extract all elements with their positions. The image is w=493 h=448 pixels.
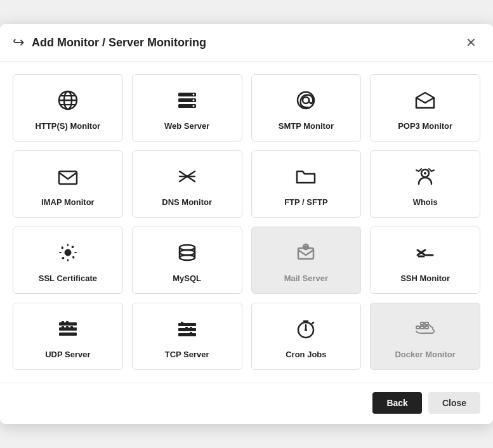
svg-point-10 <box>192 105 194 107</box>
monitor-label-udp-server: UDP Server <box>45 350 90 359</box>
svg-rect-25 <box>59 333 77 336</box>
gear-flower-icon <box>56 241 79 267</box>
monitor-icon: ↪ <box>13 34 24 51</box>
monitor-card-tcp-server[interactable]: TCP Server <box>132 303 242 370</box>
monitor-label-whois: Whois <box>413 197 438 207</box>
monitor-label-imap-monitor: IMAP Monitor <box>41 197 95 207</box>
svg-rect-35 <box>185 327 188 329</box>
dialog-footer: Back Close <box>0 383 493 424</box>
svg-rect-34 <box>181 322 183 324</box>
svg-rect-28 <box>62 326 64 328</box>
svg-point-9 <box>192 100 194 102</box>
dialog-title: Add Monitor / Server Monitoring <box>32 36 206 49</box>
monitor-label-cron-jobs: Cron Jobs <box>286 350 326 359</box>
svg-rect-29 <box>66 326 69 328</box>
dialog-close-button[interactable]: ✕ <box>462 35 480 50</box>
svg-rect-33 <box>178 333 196 336</box>
close-button[interactable]: Close <box>428 392 480 414</box>
monitor-card-mysql[interactable]: MySQL <box>132 227 242 294</box>
svg-rect-43 <box>421 322 424 325</box>
svg-point-12 <box>303 97 309 103</box>
svg-rect-37 <box>190 332 192 334</box>
monitor-label-docker-monitor: Docker Monitor <box>395 350 455 359</box>
udp-icon <box>56 317 79 343</box>
monitor-card-imap-monitor[interactable]: IMAP Monitor <box>13 150 123 218</box>
monitor-card-ftp-sftp[interactable]: FTP / SFTP <box>251 150 362 218</box>
svg-point-15 <box>424 172 426 175</box>
tcp-icon <box>176 317 199 343</box>
envelope-icon <box>56 165 79 191</box>
svg-rect-13 <box>59 171 77 184</box>
svg-point-20 <box>180 255 195 260</box>
header-left: ↪ Add Monitor / Server Monitoring <box>13 34 206 51</box>
svg-rect-36 <box>190 327 192 329</box>
monitor-label-smtp-monitor: SMTP Monitor <box>279 121 334 131</box>
globe-icon <box>56 89 79 115</box>
monitor-label-pop3-monitor: POP3 Monitor <box>398 121 452 131</box>
monitor-label-tcp-server: TCP Server <box>165 350 209 359</box>
monitor-card-dns-monitor[interactable]: DNS Monitor <box>132 150 242 218</box>
svg-rect-26 <box>62 321 64 323</box>
envelope-open-icon <box>414 89 437 115</box>
monitor-label-ssh-monitor: SSH Monitor <box>400 273 450 283</box>
back-button[interactable]: Back <box>372 392 421 414</box>
svg-rect-42 <box>425 326 428 329</box>
monitor-card-https-monitor[interactable]: HTTP(S) Monitor <box>13 74 123 142</box>
svg-rect-27 <box>66 321 69 323</box>
svg-rect-41 <box>421 326 424 329</box>
monitor-label-ftp-sftp: FTP / SFTP <box>284 197 327 207</box>
monitor-card-smtp-monitor[interactable]: SMTP Monitor <box>251 74 362 142</box>
terminal-icon <box>414 241 437 267</box>
monitor-label-https-monitor: HTTP(S) Monitor <box>36 121 101 131</box>
monitor-label-ssl-certificate: SSL Certificate <box>39 273 97 283</box>
monitor-card-mail-server[interactable]: Mail Server <box>251 227 362 294</box>
monitors-grid: HTTP(S) Monitor Web Server SMTP Monitor … <box>13 74 480 370</box>
svg-point-8 <box>192 94 194 96</box>
monitor-card-docker-monitor[interactable]: Docker Monitor <box>370 303 480 370</box>
dns-icon <box>176 165 199 191</box>
add-monitor-dialog: ↪ Add Monitor / Server Monitoring ✕ HTTP… <box>0 24 493 424</box>
monitor-card-cron-jobs[interactable]: Cron Jobs <box>251 303 362 370</box>
svg-rect-30 <box>70 326 73 328</box>
monitor-card-pop3-monitor[interactable]: POP3 Monitor <box>370 74 480 142</box>
stopwatch-icon <box>294 317 317 343</box>
monitor-label-mysql: MySQL <box>173 273 201 283</box>
dialog-body: HTTP(S) Monitor Web Server SMTP Monitor … <box>0 62 493 376</box>
docker-icon <box>414 317 437 343</box>
svg-rect-31 <box>178 323 196 326</box>
monitor-card-whois[interactable]: Whois <box>370 150 480 218</box>
monitor-card-ssh-monitor[interactable]: SSH Monitor <box>370 227 480 294</box>
spy-icon <box>414 165 437 191</box>
monitor-label-web-server: Web Server <box>164 121 209 131</box>
monitor-card-udp-server[interactable]: UDP Server <box>13 303 123 370</box>
folder-icon <box>294 165 317 191</box>
monitor-label-dns-monitor: DNS Monitor <box>162 197 212 207</box>
dialog-header: ↪ Add Monitor / Server Monitoring ✕ <box>0 24 493 62</box>
monitor-label-mail-server: Mail Server <box>284 273 328 283</box>
mail-server-icon <box>294 241 317 267</box>
webserver-icon <box>176 89 199 115</box>
database-icon <box>176 241 199 267</box>
monitor-card-web-server[interactable]: Web Server <box>132 74 242 142</box>
at-icon <box>294 89 317 115</box>
svg-rect-40 <box>416 326 419 329</box>
monitor-card-ssl-certificate[interactable]: SSL Certificate <box>13 227 123 294</box>
